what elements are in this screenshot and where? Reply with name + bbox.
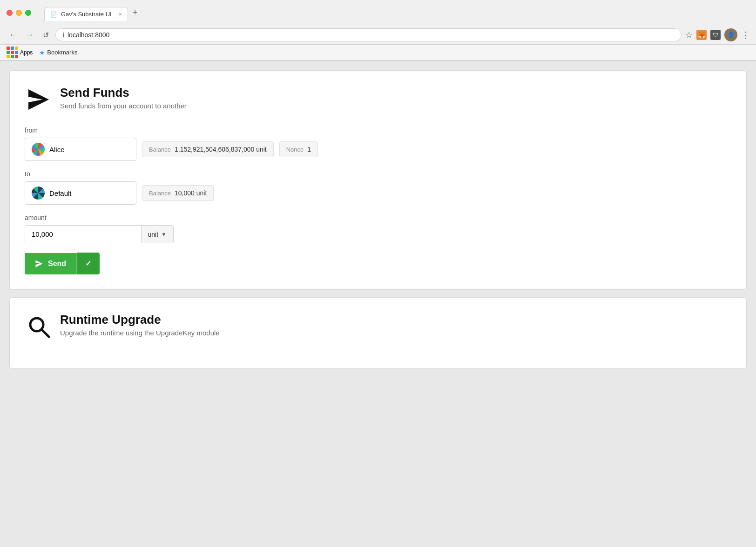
default-identicon [32, 187, 45, 200]
apps-dot [7, 55, 10, 58]
runtime-upgrade-subtitle: Upgrade the runtime using the UpgradeKey… [60, 329, 220, 337]
apps-dot [11, 47, 14, 50]
maximize-window-button[interactable] [25, 10, 31, 16]
apps-dot [15, 47, 18, 50]
unit-select[interactable]: unit ▼ [141, 226, 173, 243]
svg-line-3 [41, 329, 49, 337]
from-balance-badge: Balance 1,152,921,504,606,837,000 unit [142, 141, 274, 157]
apps-dot [15, 51, 18, 54]
apps-link[interactable]: Apps [7, 47, 33, 58]
metamask-icon[interactable]: 🦊 [696, 30, 707, 40]
minimize-window-button[interactable] [16, 10, 22, 16]
apps-label: Apps [20, 49, 33, 56]
menu-button[interactable]: ⋮ [741, 30, 749, 40]
nonce-value: 1 [307, 146, 311, 153]
address-text: localhost:8000 [68, 31, 109, 39]
nonce-badge: Nonce 1 [279, 141, 318, 157]
info-icon: ℹ [62, 32, 65, 39]
nav-right: ☆ 🦊 🛡 👤 ⋮ [685, 28, 749, 41]
alice-identicon [32, 143, 45, 156]
back-button[interactable]: ← [7, 29, 20, 41]
browser-chrome: 📄 Gav's Substrate UI × + ← → ↺ ℹ localho… [0, 0, 756, 61]
address-bar[interactable]: ℹ localhost:8000 [55, 28, 682, 41]
to-row: Default Balance 10,000 unit [25, 181, 731, 205]
from-row: Alice Balance 1,152,921,504,606,837,000 … [25, 138, 731, 161]
traffic-lights [7, 10, 31, 16]
nav-bar: ← → ↺ ℹ localhost:8000 ☆ 🦊 🛡 👤 ⋮ [0, 26, 756, 45]
shield-icon[interactable]: 🛡 [710, 30, 721, 40]
apps-dot [15, 55, 18, 58]
send-funds-subtitle: Send funds from your account to another [60, 102, 187, 110]
from-account-name: Alice [49, 146, 65, 153]
amount-row: unit ▼ [25, 225, 174, 243]
to-balance-value: 10,000 unit [175, 189, 207, 197]
runtime-upgrade-header: Runtime Upgrade Upgrade the runtime usin… [25, 313, 731, 340]
amount-input[interactable] [25, 226, 141, 243]
tab-title: Gav's Substrate UI [61, 11, 112, 18]
close-window-button[interactable] [7, 10, 13, 16]
tab-close-button[interactable]: × [119, 11, 122, 18]
nonce-label: Nonce [286, 146, 304, 153]
send-button[interactable]: Send ✓ [25, 253, 100, 274]
bookmarks-label: Bookmarks [47, 49, 77, 56]
runtime-upgrade-icon [25, 313, 53, 340]
forward-button[interactable]: → [23, 29, 36, 41]
checkmark-icon: ✓ [85, 259, 91, 268]
send-plane-icon [35, 260, 43, 268]
from-section: from Alice Balance 1,152,921,504,606,837… [25, 127, 731, 161]
send-funds-header: Send Funds Send funds from your account … [25, 86, 731, 113]
browser-titlebar: 📄 Gav's Substrate UI × + [0, 0, 756, 26]
from-label: from [25, 127, 731, 134]
apps-grid-icon [7, 47, 18, 58]
apps-dot [7, 47, 10, 50]
chevron-down-icon: ▼ [161, 231, 167, 238]
send-button-main: Send [25, 253, 76, 274]
to-section: to Default Balance 10,000 unit [25, 170, 731, 205]
send-funds-title: Send Funds [60, 86, 187, 100]
send-button-label: Send [48, 260, 66, 268]
user-avatar[interactable]: 👤 [724, 28, 737, 41]
apps-dot [11, 55, 14, 58]
runtime-upgrade-card: Runtime Upgrade Upgrade the runtime usin… [9, 297, 747, 369]
balance-label-to: Balance [149, 190, 171, 197]
new-tab-button[interactable]: + [128, 5, 142, 21]
bookmark-star-button[interactable]: ☆ [685, 30, 693, 40]
bookmarks-star-icon: ★ [39, 49, 45, 56]
to-account-select[interactable]: Default [25, 181, 136, 205]
to-label: to [25, 170, 731, 178]
svg-marker-1 [35, 260, 42, 267]
to-balance-badge: Balance 10,000 unit [142, 185, 214, 201]
tab-bar: 📄 Gav's Substrate UI × + [38, 5, 749, 21]
bookmarks-link[interactable]: ★ Bookmarks [39, 49, 77, 56]
amount-label: amount [25, 214, 731, 221]
from-account-select[interactable]: Alice [25, 138, 136, 161]
to-account-name: Default [49, 189, 72, 197]
apps-dot [7, 51, 10, 54]
send-funds-icon [25, 86, 53, 113]
send-confirm-button[interactable]: ✓ [76, 253, 100, 274]
svg-marker-0 [28, 89, 49, 110]
refresh-button[interactable]: ↺ [40, 29, 52, 41]
apps-dot [11, 51, 14, 54]
runtime-upgrade-title-area: Runtime Upgrade Upgrade the runtime usin… [60, 313, 220, 337]
runtime-upgrade-title: Runtime Upgrade [60, 313, 220, 327]
bookmarks-bar: Apps ★ Bookmarks [0, 45, 756, 60]
page-content: Send Funds Send funds from your account … [0, 61, 756, 378]
send-funds-title-area: Send Funds Send funds from your account … [60, 86, 187, 110]
unit-label: unit [148, 231, 159, 238]
balance-label-from: Balance [149, 146, 171, 153]
send-funds-card: Send Funds Send funds from your account … [9, 70, 747, 290]
amount-section: amount unit ▼ [25, 214, 731, 243]
active-tab[interactable]: 📄 Gav's Substrate UI × [44, 7, 128, 21]
from-balance-value: 1,152,921,504,606,837,000 unit [175, 146, 267, 153]
tab-page-icon: 📄 [50, 11, 57, 18]
